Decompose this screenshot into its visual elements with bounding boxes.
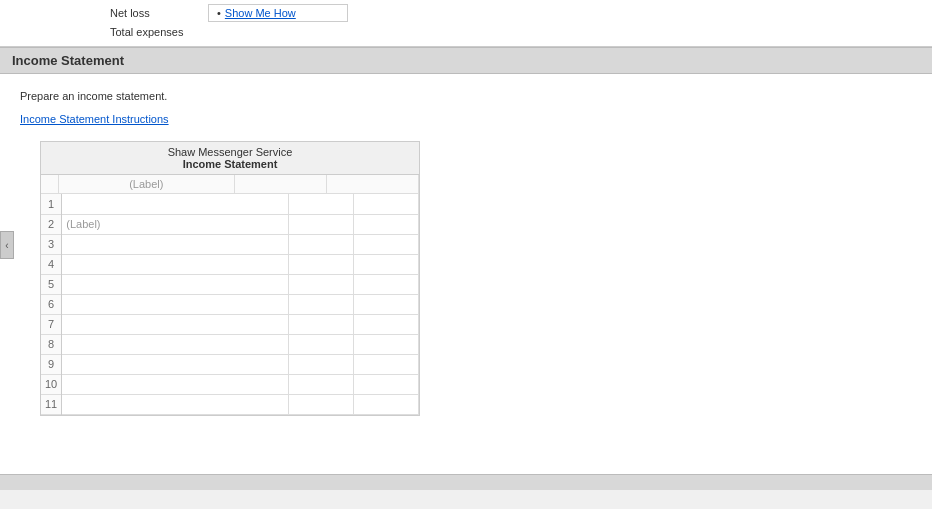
row-number: 5 <box>41 274 62 294</box>
label-header-row: (Label) <box>41 175 419 194</box>
row-number: 11 <box>41 394 62 414</box>
row-label[interactable] <box>62 394 289 414</box>
row-col2[interactable] <box>289 254 354 274</box>
total-expenses-label: Total expenses <box>110 26 200 38</box>
row-number: 2 <box>41 214 62 234</box>
row-col2[interactable] <box>289 394 354 414</box>
row-col2[interactable] <box>289 274 354 294</box>
row-col3[interactable] <box>354 354 419 374</box>
row-col3[interactable] <box>354 254 419 274</box>
table-row: 11 <box>41 394 419 414</box>
row-number: 9 <box>41 354 62 374</box>
table-row: 2(Label) <box>41 214 419 234</box>
row-col3[interactable] <box>354 394 419 414</box>
row-label[interactable] <box>62 254 289 274</box>
row-number: 1 <box>41 194 62 214</box>
main-content: Prepare an income statement. Income Stat… <box>0 74 932 474</box>
row-number: 8 <box>41 334 62 354</box>
table-row: 10 <box>41 374 419 394</box>
company-name: Shaw Messenger Service <box>45 146 415 158</box>
table-row: 7 <box>41 314 419 334</box>
row-col3[interactable] <box>354 374 419 394</box>
row-col2[interactable] <box>289 334 354 354</box>
row-col3[interactable] <box>354 334 419 354</box>
row-col2[interactable] <box>289 294 354 314</box>
row-col3[interactable] <box>354 274 419 294</box>
row-col2[interactable] <box>289 374 354 394</box>
row-col2[interactable] <box>289 354 354 374</box>
row-label[interactable] <box>62 294 289 314</box>
row-label[interactable] <box>62 314 289 334</box>
row-col3[interactable] <box>354 194 419 214</box>
row-label[interactable] <box>62 334 289 354</box>
table-row: 4 <box>41 254 419 274</box>
label-cell-main[interactable]: (Label) <box>59 175 235 193</box>
label-cell-col2 <box>235 175 327 193</box>
statement-container: Shaw Messenger Service Income Statement … <box>40 141 420 416</box>
income-statement-table: 12(Label)34567891011 <box>41 194 419 415</box>
row-col3[interactable] <box>354 234 419 254</box>
row-number: 3 <box>41 234 62 254</box>
row-col3[interactable] <box>354 314 419 334</box>
table-row: 3 <box>41 234 419 254</box>
row-label[interactable] <box>62 234 289 254</box>
label-cell-col3 <box>327 175 419 193</box>
statement-title: Income Statement <box>45 158 415 170</box>
row-label[interactable] <box>62 374 289 394</box>
row-col3[interactable] <box>354 214 419 234</box>
row-col3[interactable] <box>354 294 419 314</box>
show-me-howl-box: •Show Me How <box>208 4 348 22</box>
row-col2[interactable] <box>289 214 354 234</box>
section-header: Income Statement <box>0 47 932 74</box>
instructions-link[interactable]: Income Statement Instructions <box>20 113 169 125</box>
table-row: 8 <box>41 334 419 354</box>
section-title: Income Statement <box>12 53 124 68</box>
table-row: 1 <box>41 194 419 214</box>
row-number: 7 <box>41 314 62 334</box>
row-label[interactable] <box>62 274 289 294</box>
bottom-bar <box>0 474 932 490</box>
row-col2[interactable] <box>289 314 354 334</box>
row-label[interactable]: (Label) <box>62 214 289 234</box>
row-label[interactable] <box>62 194 289 214</box>
row-number: 10 <box>41 374 62 394</box>
statement-header: Shaw Messenger Service Income Statement <box>41 142 419 175</box>
row-col2[interactable] <box>289 234 354 254</box>
row-number: 4 <box>41 254 62 274</box>
row-label[interactable] <box>62 354 289 374</box>
show-me-howl-link[interactable]: Show Me How <box>225 7 296 19</box>
table-row: 9 <box>41 354 419 374</box>
table-row: 5 <box>41 274 419 294</box>
row-col2[interactable] <box>289 194 354 214</box>
scroll-left-button[interactable]: ‹ <box>0 231 14 259</box>
table-row: 6 <box>41 294 419 314</box>
bullet-icon: • <box>217 7 221 19</box>
row-number: 6 <box>41 294 62 314</box>
net-loss-label: Net loss <box>110 7 200 19</box>
prepare-text: Prepare an income statement. <box>20 90 912 102</box>
